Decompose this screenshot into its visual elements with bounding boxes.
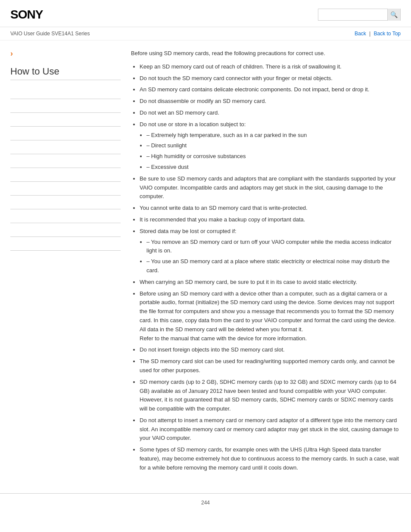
sidebar-link[interactable] bbox=[10, 172, 12, 178]
sub-list-stored: You remove an SD memory card or turn off… bbox=[140, 238, 401, 275]
sidebar-link[interactable] bbox=[10, 89, 12, 95]
sony-logo: SONY bbox=[10, 8, 43, 22]
search-input[interactable] bbox=[318, 9, 387, 20]
list-item bbox=[10, 99, 121, 113]
list-item: Be sure to use SD memory cards and adapt… bbox=[140, 174, 401, 201]
list-item-format: Before using an SD memory card with a de… bbox=[140, 289, 401, 343]
search-box: 🔍 bbox=[318, 9, 401, 21]
sidebar-link[interactable] bbox=[10, 158, 12, 164]
sub-list-item: You remove an SD memory card or turn off… bbox=[146, 238, 401, 256]
list-item bbox=[10, 127, 121, 140]
list-item: SD memory cards (up to 2 GB), SDHC memor… bbox=[140, 378, 401, 414]
footer: 244 bbox=[0, 493, 411, 512]
sidebar-link[interactable] bbox=[10, 186, 12, 192]
refer-line: Refer to the manual that came with the d… bbox=[140, 335, 307, 342]
list-item bbox=[10, 209, 121, 223]
list-item bbox=[10, 223, 121, 237]
list-item bbox=[10, 85, 121, 99]
list-item bbox=[10, 196, 121, 209]
list-item: Do not touch the SD memory card connecto… bbox=[140, 74, 401, 83]
main-content: Before using SD memory cards, read the f… bbox=[131, 49, 401, 476]
sub-list-item: Direct sunlight bbox=[146, 141, 401, 150]
sidebar-link[interactable] bbox=[10, 213, 12, 219]
search-icon: 🔍 bbox=[390, 11, 398, 18]
list-item bbox=[10, 182, 121, 196]
breadcrumb: VAIO User Guide SVE14A1 Series bbox=[10, 31, 90, 37]
sidebar-link[interactable] bbox=[10, 227, 12, 233]
list-item-stored: Stored data may be lost or corrupted if:… bbox=[140, 227, 401, 275]
location-text: Do not use or store in a location subjec… bbox=[140, 121, 246, 128]
sidebar-link[interactable] bbox=[10, 144, 12, 150]
list-item bbox=[10, 140, 121, 154]
back-link[interactable]: Back bbox=[355, 31, 366, 37]
list-item bbox=[10, 113, 121, 127]
sidebar-link[interactable] bbox=[10, 131, 12, 137]
list-item: Do not insert foreign objects into the S… bbox=[140, 345, 401, 355]
list-item: Keep an SD memory card out of reach of c… bbox=[140, 62, 401, 72]
search-button[interactable]: 🔍 bbox=[387, 9, 400, 21]
list-item: It is recommended that you make a backup… bbox=[140, 215, 401, 224]
sidebar-link[interactable] bbox=[10, 241, 12, 247]
sub-list-item: You use an SD memory card at a place whe… bbox=[146, 257, 401, 275]
nav-separator: | bbox=[369, 31, 371, 37]
sidebar-link[interactable] bbox=[10, 199, 12, 205]
stored-text: Stored data may be lost or corrupted if: bbox=[140, 228, 237, 234]
list-item: The SD memory card slot can be used for … bbox=[140, 357, 401, 375]
sub-list-location: Extremely high temperature, such as in a… bbox=[140, 131, 401, 172]
list-item: You cannot write data to an SD memory ca… bbox=[140, 204, 401, 213]
nav-links: Back | Back to Top bbox=[355, 31, 401, 37]
list-item-location: Do not use or store in a location subjec… bbox=[140, 120, 401, 172]
nav-bar: VAIO User Guide SVE14A1 Series Back | Ba… bbox=[0, 27, 411, 40]
sidebar-chevron-icon: › bbox=[10, 49, 121, 58]
list-item: An SD memory card contains delicate elec… bbox=[140, 85, 401, 94]
list-item: Some types of SD memory cards, for examp… bbox=[140, 445, 401, 472]
list-item bbox=[10, 168, 121, 182]
intro-text: Before using SD memory cards, read the f… bbox=[131, 49, 401, 58]
list-item: Do not wet an SD memory card. bbox=[140, 109, 401, 118]
list-item: When carrying an SD memory card, be sure… bbox=[140, 278, 401, 287]
sidebar-link[interactable] bbox=[10, 117, 12, 123]
sub-list-item: High humidity or corrosive substances bbox=[146, 152, 401, 161]
sidebar-link[interactable] bbox=[10, 103, 12, 109]
sidebar-links bbox=[10, 85, 121, 251]
sidebar-title: How to Use bbox=[10, 66, 121, 80]
sub-list-item: Extremely high temperature, such as in a… bbox=[146, 131, 401, 140]
back-to-top-link[interactable]: Back to Top bbox=[374, 31, 401, 37]
format-text: Before using an SD memory card with a de… bbox=[140, 290, 395, 333]
main-list: Keep an SD memory card out of reach of c… bbox=[131, 62, 401, 473]
header: SONY 🔍 bbox=[0, 0, 411, 27]
sidebar: › How to Use bbox=[10, 49, 131, 476]
list-item bbox=[10, 237, 121, 251]
page-number: 244 bbox=[201, 500, 210, 506]
list-item: Do not attempt to insert a memory card o… bbox=[140, 416, 401, 443]
list-item bbox=[10, 154, 121, 168]
list-item: Do not disassemble or modify an SD memor… bbox=[140, 97, 401, 106]
sub-list-item: Excessive dust bbox=[146, 163, 401, 172]
content-wrapper: › How to Use Before using SD memory card… bbox=[0, 40, 411, 485]
